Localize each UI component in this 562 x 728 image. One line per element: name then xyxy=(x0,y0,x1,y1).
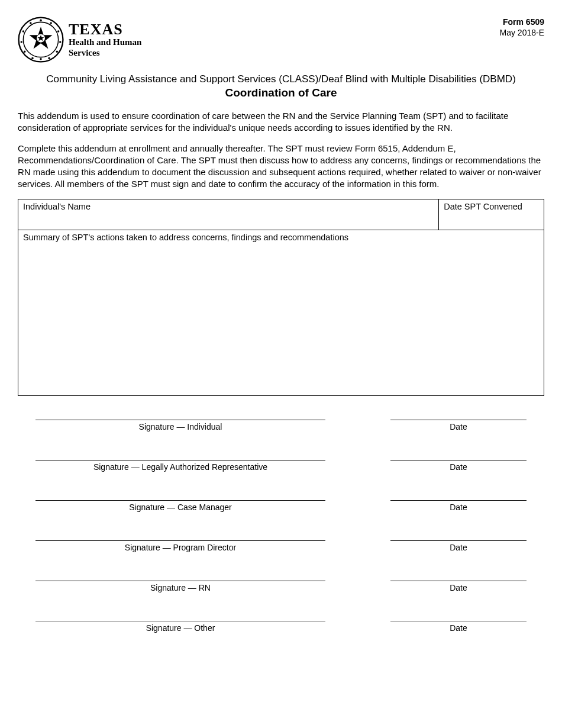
svg-point-5 xyxy=(59,41,61,43)
signature-case-manager[interactable]: Signature — Case Manager xyxy=(35,500,325,512)
svg-point-3 xyxy=(50,22,51,24)
form-date: May 2018-E xyxy=(500,27,544,38)
summary-field[interactable]: Summary of SPT's actions taken to addres… xyxy=(18,230,544,395)
title-block: Community Living Assistance and Support … xyxy=(18,73,544,99)
intro-paragraph-2: Complete this addendum at enrollment and… xyxy=(18,143,544,191)
signature-row: Signature — RN Date xyxy=(35,581,527,592)
form-meta: Form 6509 May 2018-E xyxy=(500,17,544,38)
title-line1: Community Living Assistance and Support … xyxy=(18,73,544,85)
signature-program-director[interactable]: Signature — Program Director xyxy=(35,540,325,552)
signature-section: Signature — Individual Date Signature — … xyxy=(18,420,544,633)
header-row: TEXAS Health and Human Services Form 650… xyxy=(18,17,544,63)
agency-logo-block: TEXAS Health and Human Services xyxy=(18,17,141,63)
signature-rn-date[interactable]: Date xyxy=(390,581,527,592)
signature-other-date[interactable]: Date xyxy=(390,621,527,633)
svg-point-8 xyxy=(40,58,41,60)
date-spt-convened-field[interactable]: Date SPT Convened xyxy=(439,199,544,230)
intro-paragraph-1: This addendum is used to ensure coordina… xyxy=(18,110,544,134)
individual-name-field[interactable]: Individual's Name xyxy=(18,199,439,230)
svg-point-13 xyxy=(30,22,31,24)
individual-name-label: Individual's Name xyxy=(23,202,91,211)
signature-row: Signature — Program Director Date xyxy=(35,540,527,552)
form-number: Form 6509 xyxy=(500,17,544,27)
svg-point-12 xyxy=(22,30,24,32)
signature-individual-date[interactable]: Date xyxy=(390,420,527,431)
signature-row: Signature — Case Manager Date xyxy=(35,500,527,512)
svg-point-2 xyxy=(40,20,41,21)
logo-line3: Services xyxy=(69,48,141,58)
texas-seal-icon xyxy=(18,17,64,63)
svg-point-7 xyxy=(48,57,50,59)
signature-row: Signature — Individual Date xyxy=(35,420,527,431)
agency-logo-text: TEXAS Health and Human Services xyxy=(69,21,141,58)
signature-individual[interactable]: Signature — Individual xyxy=(35,420,325,431)
svg-point-11 xyxy=(21,41,22,43)
svg-point-10 xyxy=(24,51,25,53)
svg-point-6 xyxy=(56,51,58,53)
signature-case-manager-date[interactable]: Date xyxy=(390,500,527,512)
form-table: Individual's Name Date SPT Convened Summ… xyxy=(18,199,544,396)
date-spt-convened-label: Date SPT Convened xyxy=(444,202,522,211)
signature-lar-date[interactable]: Date xyxy=(390,460,527,472)
title-line2: Coordination of Care xyxy=(18,86,544,99)
signature-row: Signature — Other Date xyxy=(35,621,527,633)
logo-line2: Health and Human xyxy=(69,37,141,47)
logo-texas: TEXAS xyxy=(69,21,141,37)
summary-label: Summary of SPT's actions taken to addres… xyxy=(23,233,348,242)
signature-rn[interactable]: Signature — RN xyxy=(35,581,325,592)
svg-point-4 xyxy=(57,30,59,32)
svg-point-9 xyxy=(31,57,33,59)
signature-lar[interactable]: Signature — Legally Authorized Represent… xyxy=(35,460,325,472)
signature-other[interactable]: Signature — Other xyxy=(35,621,325,633)
signature-program-director-date[interactable]: Date xyxy=(390,540,527,552)
signature-row: Signature — Legally Authorized Represent… xyxy=(35,460,527,472)
